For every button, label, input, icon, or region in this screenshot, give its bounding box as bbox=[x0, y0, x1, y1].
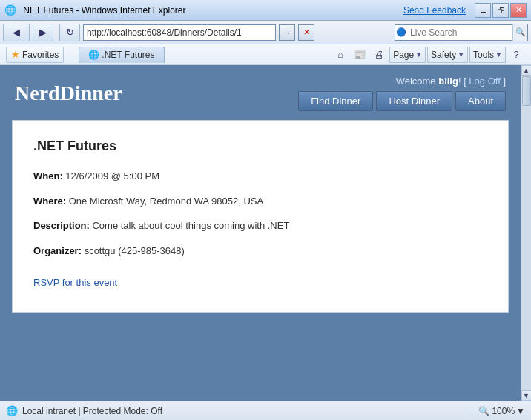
favorites-label: Favorites bbox=[22, 50, 59, 60]
home-button[interactable]: ⌂ bbox=[332, 47, 349, 63]
where-row: Where: One Microsft Way, Redmond WA 9805… bbox=[33, 194, 487, 209]
live-search-go-button[interactable]: 🔍 bbox=[512, 24, 527, 41]
zoom-control[interactable]: 🔍 100% ▼ bbox=[472, 406, 525, 416]
live-search-label: Live Search bbox=[407, 27, 512, 38]
status-bar: 🌐 Local intranet | Protected Mode: Off 🔍… bbox=[0, 401, 531, 420]
host-dinner-button[interactable]: Host Dinner bbox=[376, 91, 452, 111]
description-row: Description: Come talk about cool things… bbox=[33, 219, 487, 233]
scrollbar[interactable]: ▲ ▼ bbox=[521, 65, 531, 401]
stop-button[interactable]: ✕ bbox=[298, 24, 314, 41]
zoom-label: 🔍 100% bbox=[478, 406, 515, 416]
refresh-button[interactable]: ↻ bbox=[59, 24, 80, 41]
organizer-row: Organizer: scottgu (425-985-3648) bbox=[33, 244, 487, 259]
zoom-arrow-icon: ▼ bbox=[516, 406, 525, 416]
welcome-text: Welcome billg! [ Log Off ] bbox=[396, 76, 506, 87]
dinner-title: .NET Futures bbox=[33, 139, 487, 154]
browser-body: NerdDinner Welcome billg! [ Log Off ] Fi… bbox=[0, 65, 531, 420]
back-button[interactable]: ◀ bbox=[3, 24, 30, 41]
organizer-value: scottgu (425-985-3648) bbox=[85, 245, 185, 256]
feeds-button[interactable]: 📰 bbox=[351, 47, 369, 63]
content-box: .NET Futures When: 12/6/2009 @ 5:00 PM W… bbox=[12, 120, 509, 313]
safety-arrow-icon: ▼ bbox=[458, 51, 464, 59]
about-button[interactable]: About bbox=[455, 91, 506, 111]
main-content: .NET Futures When: 12/6/2009 @ 5:00 PM W… bbox=[0, 117, 521, 401]
site-header: NerdDinner Welcome billg! [ Log Off ] Fi… bbox=[0, 65, 521, 117]
tools-menu-label: Tools bbox=[473, 50, 494, 60]
welcome-suffix: ! [ bbox=[458, 76, 469, 87]
help-button[interactable]: ? bbox=[507, 47, 525, 63]
address-bar: ◀ ▶ ↻ → ✕ 🔵 Live Search 🔍 bbox=[0, 21, 531, 44]
status-text: Local intranet | Protected Mode: Off bbox=[22, 406, 467, 416]
welcome-end: ] bbox=[501, 76, 506, 87]
page-arrow-icon: ▼ bbox=[415, 51, 422, 59]
title-bar-controls: 🗕 🗗 ✕ bbox=[475, 3, 527, 18]
print-button[interactable]: 🖨 bbox=[370, 47, 388, 63]
scroll-track[interactable] bbox=[521, 76, 532, 390]
star-icon: ★ bbox=[11, 49, 20, 60]
send-feedback-link[interactable]: Send Feedback bbox=[403, 5, 466, 16]
title-right: Send Feedback bbox=[403, 5, 472, 16]
ie-search-icon: 🔵 bbox=[395, 27, 407, 39]
scroll-down-arrow[interactable]: ▼ bbox=[521, 390, 532, 401]
description-value: Come talk about cool things coming with … bbox=[92, 220, 289, 231]
when-value-text: 12/6/2009 @ 5:00 PM bbox=[65, 170, 159, 181]
tab-net-futures[interactable]: 🌐 .NET Futures bbox=[79, 47, 164, 63]
close-button[interactable]: ✕ bbox=[510, 3, 527, 18]
welcome-prefix: Welcome bbox=[396, 76, 439, 87]
safety-menu-label: Safety bbox=[431, 50, 456, 60]
header-right: Welcome billg! [ Log Off ] Find Dinner H… bbox=[298, 76, 506, 111]
tools-menu[interactable]: Tools ▼ bbox=[469, 47, 506, 63]
tab-label: .NET Futures bbox=[102, 50, 154, 60]
content-area: NerdDinner Welcome billg! [ Log Off ] Fi… bbox=[0, 65, 531, 401]
tab-icon: 🌐 bbox=[88, 50, 99, 60]
description-label: Description: bbox=[33, 220, 90, 231]
status-icon: 🌐 bbox=[6, 405, 18, 416]
favorites-bar: ★ Favorites 🌐 .NET Futures ⌂ 📰 🖨 Page ▼ … bbox=[0, 44, 531, 65]
page-menu-label: Page bbox=[393, 50, 414, 60]
forward-button[interactable]: ▶ bbox=[33, 24, 53, 41]
favorites-button[interactable]: ★ Favorites bbox=[6, 47, 64, 63]
logoff-link[interactable]: Log Off bbox=[469, 76, 500, 87]
minimize-button[interactable]: 🗕 bbox=[475, 3, 491, 18]
page-area: NerdDinner Welcome billg! [ Log Off ] Fi… bbox=[0, 65, 521, 401]
toolbar-right: ⌂ 📰 🖨 Page ▼ Safety ▼ Tools ▼ ? bbox=[332, 47, 525, 63]
when-row: When: 12/6/2009 @ 5:00 PM bbox=[33, 169, 487, 184]
tab-bar: 🌐 .NET Futures bbox=[79, 47, 164, 63]
where-label: Where: bbox=[33, 196, 66, 207]
go-button[interactable]: → bbox=[279, 24, 295, 41]
site-title: NerdDinner bbox=[15, 81, 122, 105]
find-dinner-button[interactable]: Find Dinner bbox=[298, 91, 373, 111]
page-menu[interactable]: Page ▼ bbox=[389, 47, 426, 63]
ie-icon: 🌐 bbox=[4, 4, 16, 16]
live-search-box[interactable]: 🔵 Live Search 🔍 bbox=[395, 24, 528, 41]
when-label: When: bbox=[33, 170, 63, 181]
tools-arrow-icon: ▼ bbox=[495, 51, 502, 59]
safety-menu[interactable]: Safety ▼ bbox=[427, 47, 468, 63]
username: billg bbox=[438, 76, 458, 87]
title-bar: 🌐 .NET Futures - Windows Internet Explor… bbox=[0, 0, 531, 21]
scroll-up-arrow[interactable]: ▲ bbox=[521, 65, 532, 76]
scroll-thumb[interactable] bbox=[522, 76, 531, 106]
rsvp-link[interactable]: RSVP for this event bbox=[33, 277, 117, 288]
organizer-label: Organizer: bbox=[33, 245, 82, 256]
where-value: One Microsft Way, Redmond WA 98052, USA bbox=[69, 196, 264, 207]
address-input[interactable] bbox=[83, 24, 276, 41]
nav-buttons: Find Dinner Host Dinner About bbox=[298, 91, 506, 111]
restore-button[interactable]: 🗗 bbox=[492, 3, 509, 18]
title-bar-text: .NET Futures - Windows Internet Explorer bbox=[21, 5, 403, 16]
